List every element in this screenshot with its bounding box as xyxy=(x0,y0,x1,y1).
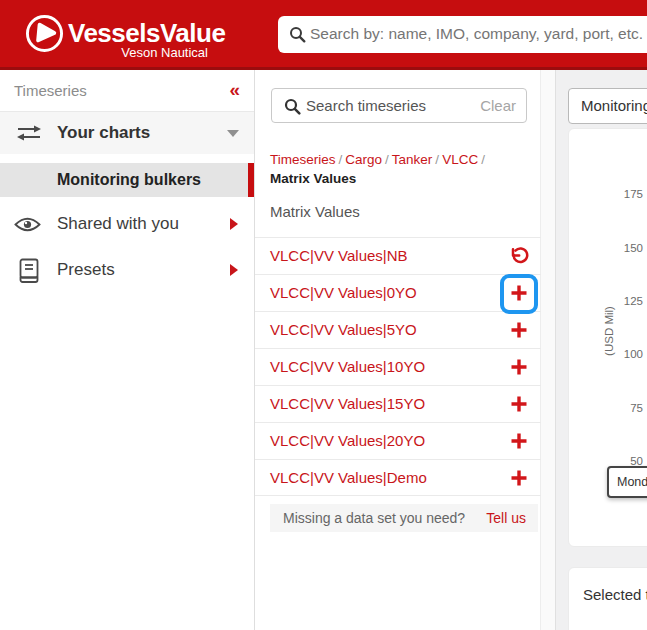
undo-icon[interactable] xyxy=(509,246,529,266)
breadcrumb-link-vlcc[interactable]: VLCC xyxy=(442,152,478,167)
chart-tooltip-text: Monda xyxy=(617,468,647,496)
sidebar-header: Timeseries « xyxy=(0,70,254,112)
selected-timeseries-title: Selected t xyxy=(583,586,647,603)
breadcrumb-link-timeseries[interactable]: Timeseries xyxy=(270,152,336,167)
list-item-vlcc-10yo: VLCC|VV Values|10YO xyxy=(255,348,541,385)
breadcrumb-separator: / xyxy=(382,152,392,167)
missing-dataset-question: Missing a data set you need? xyxy=(283,504,465,532)
timeseries-link[interactable]: VLCC|VV Values|20YO xyxy=(270,423,425,459)
scrollbar-track[interactable] xyxy=(540,70,555,630)
timeseries-search-input[interactable] xyxy=(306,90,466,121)
timeseries-sidebar: Timeseries « Your charts Monitoring bulk… xyxy=(0,70,255,630)
timeseries-link[interactable]: VLCC|VV Values|Demo xyxy=(270,460,427,496)
sidebar-item-shared-with-you[interactable]: Shared with you xyxy=(0,204,254,244)
global-search-bar xyxy=(278,16,647,53)
swap-arrows-icon xyxy=(16,125,42,141)
timeseries-link[interactable]: VLCC|VV Values|15YO xyxy=(270,386,425,422)
sidebar-item-presets[interactable]: Presets xyxy=(0,250,254,290)
breadcrumb-link-tanker[interactable]: Tanker xyxy=(392,152,433,167)
tell-us-link[interactable]: Tell us xyxy=(486,504,526,532)
timeseries-link[interactable]: VLCC|VV Values|NB xyxy=(270,238,408,274)
selected-indicator-bar xyxy=(248,163,254,197)
breadcrumb-separator: / xyxy=(478,152,488,167)
breadcrumb-link-cargo[interactable]: Cargo xyxy=(345,152,382,167)
chart-selector-value: Monitoring xyxy=(581,89,647,123)
add-icon[interactable] xyxy=(509,468,529,488)
list-item-vlcc-5yo: VLCC|VV Values|5YO xyxy=(255,311,541,348)
global-search-input[interactable] xyxy=(310,17,647,50)
y-axis-label: (USD Mil) xyxy=(603,286,617,376)
sidebar-item-label: Shared with you xyxy=(57,204,179,244)
y-axis-tick: 150 xyxy=(603,240,643,256)
selected-timeseries-card: Selected t xyxy=(568,567,647,630)
sidebar-item-label: Presets xyxy=(57,250,115,290)
add-icon[interactable] xyxy=(509,283,529,303)
clear-search-button[interactable]: Clear xyxy=(480,89,516,122)
chevron-down-icon xyxy=(227,130,239,137)
timeseries-link[interactable]: VLCC|VV Values|10YO xyxy=(270,349,425,385)
vesselsvalue-app: VesselsValue Veson Nautical Timeseries «… xyxy=(0,0,647,630)
brand-tagline: Veson Nautical xyxy=(68,45,208,60)
sidebar-title: Timeseries xyxy=(14,70,87,112)
timeseries-browser-panel: Clear Timeseries/Cargo/Tanker/VLCC/ Matr… xyxy=(255,70,556,630)
add-icon[interactable] xyxy=(509,394,529,414)
eye-icon xyxy=(14,216,41,233)
list-item-vlcc-0yo: VLCC|VV Values|0YO xyxy=(255,274,541,311)
breadcrumb-current: Matrix Values xyxy=(270,169,540,188)
list-item-vlcc-nb: VLCC|VV Values|NB xyxy=(255,237,541,274)
add-icon[interactable] xyxy=(509,431,529,451)
chevron-right-icon xyxy=(230,264,238,276)
chart-tooltip: Monda xyxy=(607,466,647,498)
timeseries-link[interactable]: VLCC|VV Values|5YO xyxy=(270,312,417,348)
add-icon[interactable] xyxy=(509,357,529,377)
y-axis-tick: 175 xyxy=(603,186,643,202)
collapse-sidebar-icon[interactable]: « xyxy=(229,70,240,110)
search-icon xyxy=(284,98,301,115)
sidebar-item-label: Monitoring bulkers xyxy=(57,163,201,197)
list-item-vlcc-15yo: VLCC|VV Values|15YO xyxy=(255,385,541,422)
timeseries-link[interactable]: VLCC|VV Values|0YO xyxy=(270,275,417,311)
breadcrumb-separator: / xyxy=(432,152,442,167)
timeseries-list: VLCC|VV Values|NB VLCC|VV Values|0YO VLC… xyxy=(255,237,541,496)
chart-selector-dropdown[interactable]: Monitoring xyxy=(568,88,647,124)
search-icon xyxy=(289,26,306,43)
breadcrumb-separator: / xyxy=(336,152,346,167)
chart-card: 175 150 125 100 75 50 (USD Mil) Monda xyxy=(568,128,647,547)
timeseries-search-bar: Clear xyxy=(271,88,527,123)
missing-dataset-bar: Missing a data set you need? Tell us xyxy=(270,504,538,532)
vesselsvalue-logo-icon xyxy=(25,14,64,53)
sidebar-item-label: Your charts xyxy=(57,112,150,154)
sidebar-item-monitoring-bulkers[interactable]: Monitoring bulkers xyxy=(0,163,254,197)
section-title: Matrix Values xyxy=(270,203,360,220)
chevron-right-icon xyxy=(230,218,238,230)
breadcrumb: Timeseries/Cargo/Tanker/VLCC/ Matrix Val… xyxy=(270,150,540,188)
presets-book-icon xyxy=(17,258,41,283)
y-axis-tick: 75 xyxy=(603,400,643,416)
app-header: VesselsValue Veson Nautical xyxy=(0,0,647,70)
add-icon[interactable] xyxy=(509,320,529,340)
list-item-vlcc-20yo: VLCC|VV Values|20YO xyxy=(255,422,541,459)
list-item-vlcc-demo: VLCC|VV Values|Demo xyxy=(255,459,541,496)
sidebar-item-your-charts[interactable]: Your charts xyxy=(0,112,254,154)
chart-panel: Monitoring 175 150 125 100 75 50 (USD Mi… xyxy=(556,70,647,630)
